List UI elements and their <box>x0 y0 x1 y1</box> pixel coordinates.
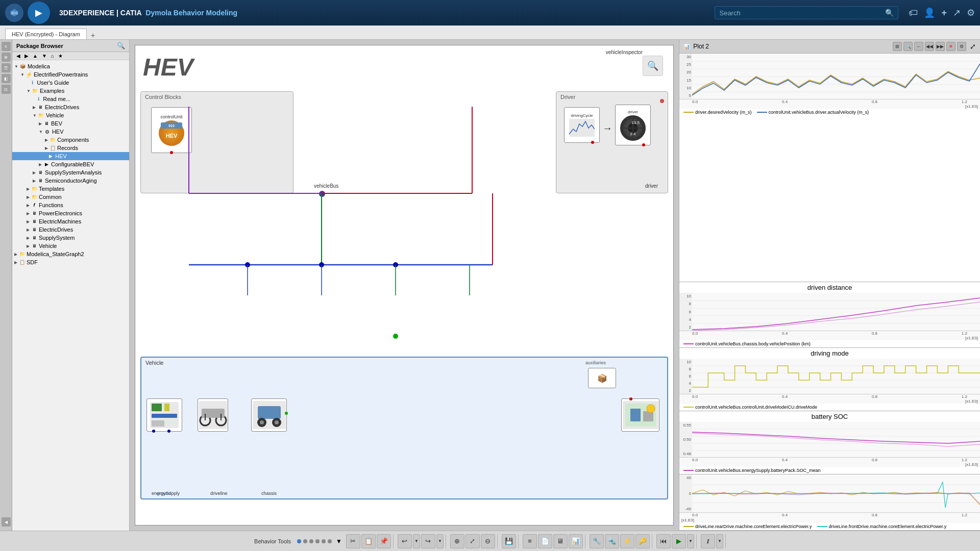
debug2-button[interactable]: 🔩 <box>605 534 619 548</box>
screen-button[interactable]: 🖥 <box>553 534 568 548</box>
toolbar-icon-1[interactable]: ≡ <box>2 42 11 51</box>
tree-item-electricdrives[interactable]: ▶ 🖥 ElectricDrives <box>12 103 129 111</box>
active-tab[interactable]: HEV (Encrypted) - Diagram <box>5 29 87 39</box>
control-unit-block[interactable]: controlUnit 010 HEV <box>151 107 192 153</box>
disconnect-button[interactable]: ⊖ <box>481 534 495 548</box>
tree-item-functions[interactable]: ▶ f Functions <box>12 201 129 209</box>
dot-1[interactable] <box>297 539 301 543</box>
toolbar-icon-4[interactable]: ◧ <box>2 74 11 83</box>
save-button[interactable]: 💾 <box>502 534 516 548</box>
dot-5[interactable] <box>322 539 326 543</box>
run-prev-button[interactable]: ⏮ <box>656 534 671 548</box>
toolbar-icon-2[interactable]: ⊞ <box>2 53 11 62</box>
info-button[interactable]: I <box>701 534 715 548</box>
tree-item-ss[interactable]: ▶ 🖥 SupplySystem <box>12 234 129 242</box>
driving-cycle-block[interactable]: drivingCycle <box>564 107 600 143</box>
dots-arrow[interactable]: ▼ <box>336 538 342 545</box>
plot-del-btn[interactable]: ✕ <box>946 42 955 51</box>
debug4-button[interactable]: 🔑 <box>635 534 650 548</box>
tree-item-vehicle2[interactable]: ▶ 🖥 Vehicle <box>12 242 129 250</box>
toolbar-icon-5[interactable]: ⊡ <box>2 85 11 94</box>
nav-down[interactable]: ▼ <box>40 53 49 59</box>
plot-zoom-btn[interactable]: 🔍 <box>903 42 913 51</box>
drive-line-block[interactable] <box>198 398 228 432</box>
plot-next-btn[interactable]: ▶▶ <box>936 42 945 51</box>
list-button[interactable]: ≡ <box>523 534 537 548</box>
msg2-icon: 📁 <box>18 251 26 258</box>
tree-item-modelica[interactable]: ▼ 📦 Modelica <box>12 62 129 70</box>
driver-block[interactable]: driver 13.5 2.4 <box>615 105 651 145</box>
copy-button[interactable]: 📋 <box>361 534 376 548</box>
tree-item-records[interactable]: ▶ 📋 Records <box>12 144 129 152</box>
tree-item-hev-selected[interactable]: ▶ HEV <box>12 152 129 160</box>
add-tab-button[interactable]: + <box>88 31 98 39</box>
redo-button[interactable]: ↪ <box>421 534 435 548</box>
run-dropdown[interactable]: ▼ <box>687 534 694 548</box>
share-icon[interactable]: ↗ <box>953 7 961 18</box>
search-browser-icon[interactable]: 🔍 <box>117 42 125 49</box>
run-button[interactable]: ▶ <box>672 534 686 548</box>
debug1-button[interactable]: 🔧 <box>590 534 604 548</box>
plot-back-btn[interactable]: ← <box>914 42 923 51</box>
plot-expand-btn[interactable]: ⤢ <box>970 42 976 51</box>
tree-item-em[interactable]: ▶ 🖥 ElectricMachines <box>12 217 129 226</box>
tree-item-common[interactable]: ▶ 📁 Common <box>12 193 129 201</box>
undo-dropdown[interactable]: ▼ <box>413 534 420 548</box>
dot-6[interactable] <box>328 539 332 543</box>
environment-block[interactable] <box>621 398 659 432</box>
add-icon[interactable]: + <box>941 8 947 18</box>
undo-button[interactable]: ↩ <box>398 534 412 548</box>
settings-icon[interactable]: ⚙ <box>967 7 975 18</box>
plot-prev-btn[interactable]: ◀◀ <box>925 42 934 51</box>
dot-2[interactable] <box>303 539 307 543</box>
nav-up[interactable]: ▲ <box>31 53 40 59</box>
tree-item-electrified-powertrains[interactable]: ▼ ⚡ ElectrifiedPowertrains <box>12 70 129 79</box>
tree-item-sa[interactable]: ▶ 🖥 SemiconductorAging <box>12 177 129 185</box>
search-icon[interactable]: 🔍 <box>885 9 894 17</box>
debug3-button[interactable]: ⚡ <box>620 534 634 548</box>
user-icon[interactable]: 👤 <box>924 7 935 18</box>
tree-item-examples[interactable]: ▼ 📁 Examples <box>12 87 129 95</box>
nav-home[interactable]: ⌂ <box>49 53 56 59</box>
tree-item-pe[interactable]: ▶ 🖥 PowerElectronics <box>12 209 129 217</box>
tree-item-hev[interactable]: ▼ ⚙ HEV <box>12 128 129 136</box>
tree-item-readme[interactable]: ℹ Read me... <box>12 95 129 103</box>
energy-supply-block[interactable] <box>146 398 182 432</box>
cut-button[interactable]: ✂ <box>346 534 360 548</box>
collapse-arrow[interactable]: ◀ <box>2 517 11 527</box>
tree-item-msg2[interactable]: ▶ 📁 Modelica_StateGraph2 <box>12 250 129 258</box>
chart-button[interactable]: 📊 <box>569 534 583 548</box>
tree-item-ssa[interactable]: ▶ 🖥 SupplySystemAnalysis <box>12 168 129 177</box>
nav-star[interactable]: ★ <box>56 53 65 59</box>
tree-item-ed2[interactable]: ▶ 🖥 ElectricDrives <box>12 226 129 234</box>
tree-item-configurablebev[interactable]: ▶ ▶ ConfigurableBEV <box>12 160 129 168</box>
tree-item-vehicle[interactable]: ▼ 📁 Vehicle <box>12 111 129 119</box>
ssa-icon: 🖥 <box>37 169 44 176</box>
nav-forward[interactable]: ▶ <box>22 53 31 59</box>
paste-button[interactable]: 📌 <box>377 534 391 548</box>
more-button[interactable]: ▼ <box>716 534 723 548</box>
diagram-canvas[interactable]: HEV vehicleInspector 🔍 Control Blocks co… <box>135 45 674 525</box>
auxiliaries-block[interactable]: 📦 <box>588 368 616 388</box>
doc-button[interactable]: 📄 <box>538 534 552 548</box>
tree-item-components[interactable]: ▶ 📁 Components <box>12 136 129 144</box>
nav-back[interactable]: ◀ <box>14 53 22 59</box>
play-button[interactable]: ▶ <box>28 2 50 24</box>
magnifier-icon[interactable]: 🔍 <box>643 56 663 76</box>
tree-item-templates[interactable]: ▶ 📁 Templates <box>12 185 129 193</box>
add-comp-button[interactable]: ⊕ <box>450 534 464 548</box>
dot-3[interactable] <box>309 539 313 543</box>
search-input[interactable] <box>719 9 885 17</box>
tree-item-users-guide[interactable]: ℹ User's Guide <box>12 79 129 87</box>
redo-dropdown[interactable]: ▼ <box>436 534 444 548</box>
search-bar[interactable]: 🔍 <box>715 6 898 19</box>
tree-item-sdf[interactable]: ▶ 📋 SDF <box>12 258 129 266</box>
dot-4[interactable] <box>315 539 320 543</box>
connect-button[interactable]: ⤢ <box>465 534 480 548</box>
plot-settings-btn[interactable]: ⚙ <box>957 42 966 51</box>
plot-fit-btn[interactable]: ⊞ <box>893 42 902 51</box>
toolbar-icon-3[interactable]: ☰ <box>2 63 11 72</box>
bookmark-icon[interactable]: 🏷 <box>909 8 918 18</box>
chassis-block[interactable] <box>251 398 287 432</box>
tree-item-bev[interactable]: ▶ 🖥 BEV <box>12 119 129 128</box>
